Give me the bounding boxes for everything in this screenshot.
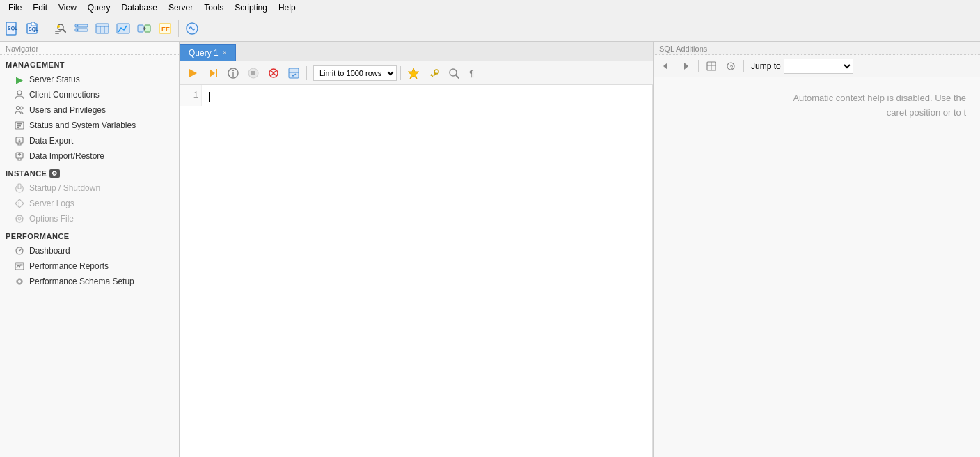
performance-schema-icon xyxy=(14,276,25,287)
nav-dashboard[interactable]: Dashboard xyxy=(0,243,179,258)
history-button[interactable] xyxy=(425,64,443,82)
stop-execution-button[interactable] xyxy=(244,64,262,82)
menu-help[interactable]: Help xyxy=(273,1,301,14)
limit-rows-select[interactable]: Limit to 1000 rows Don't Limit Limit to … xyxy=(313,65,397,81)
sql-add-context-button[interactable]: ? xyxy=(722,58,739,75)
workbench-button[interactable] xyxy=(182,19,202,38)
invisible-chars-button[interactable]: ¶ xyxy=(465,64,483,82)
svg-text:?: ? xyxy=(730,64,734,70)
nav-data-export[interactable]: Data Export xyxy=(0,133,179,148)
svg-rect-51 xyxy=(289,68,299,78)
search-button[interactable] xyxy=(445,64,463,82)
svg-text:SQL: SQL xyxy=(8,26,18,31)
svg-text:EE: EE xyxy=(161,26,170,33)
svg-text:SQL: SQL xyxy=(29,26,39,32)
options-file-icon xyxy=(14,213,25,224)
svg-rect-18 xyxy=(138,25,143,32)
svg-rect-49 xyxy=(251,71,255,75)
query-editor[interactable]: 1 xyxy=(180,85,653,457)
menu-server[interactable]: Server xyxy=(163,1,198,14)
nav-users-privileges[interactable]: Users and Privileges xyxy=(0,102,179,118)
nav-performance-reports[interactable]: Performance Reports xyxy=(0,258,179,274)
svg-point-12 xyxy=(77,29,79,31)
nav-client-connections[interactable]: Client Connections xyxy=(0,87,179,102)
data-import-icon xyxy=(14,150,25,162)
nav-data-import[interactable]: Data Import/Restore xyxy=(0,148,179,164)
menu-edit[interactable]: Edit xyxy=(27,1,53,14)
menu-query[interactable]: Query xyxy=(82,1,116,14)
query-toolbar-sep-2 xyxy=(400,66,401,80)
add-bookmark-button[interactable] xyxy=(404,64,422,82)
toolbar-separator-2 xyxy=(178,20,179,37)
nav-performance-schema[interactable]: Performance Schema Setup xyxy=(0,274,179,289)
nav-status-variables-label: Status and System Variables xyxy=(29,121,136,130)
menu-scripting[interactable]: Scripting xyxy=(229,1,273,14)
menu-view[interactable]: View xyxy=(53,1,82,14)
migration-button[interactable] xyxy=(134,19,154,38)
data-export-icon xyxy=(14,135,25,146)
new-sql-tab-button[interactable]: SQL xyxy=(3,19,22,38)
nav-options-file[interactable]: Options File xyxy=(0,211,179,226)
execute-selection-button[interactable] xyxy=(204,64,222,82)
explain-query-button[interactable] xyxy=(224,64,242,82)
server-status-icon: ▶ xyxy=(14,74,25,85)
nav-server-logs-label: Server Logs xyxy=(29,199,74,208)
menu-database[interactable]: Database xyxy=(116,1,163,14)
main-toolbar: SQL SQL EE xyxy=(0,15,980,42)
svg-rect-28 xyxy=(17,125,21,127)
reconnect-button[interactable] xyxy=(264,64,283,82)
line-numbers: 1 xyxy=(180,85,202,106)
sql-add-next-button[interactable] xyxy=(677,58,694,75)
line-number-1: 1 xyxy=(182,91,198,100)
svg-point-11 xyxy=(77,24,79,26)
nav-data-export-label: Data Export xyxy=(29,136,73,146)
startup-shutdown-icon xyxy=(14,183,25,194)
nav-server-logs[interactable]: ! Server Logs xyxy=(0,196,179,211)
svg-rect-13 xyxy=(96,24,109,33)
navigator-header: Navigator xyxy=(0,42,179,55)
nav-performance-reports-label: Performance Reports xyxy=(29,261,109,271)
sql-additions-toolbar: ? Jump to xyxy=(654,55,980,77)
query-tab-1[interactable]: Query 1 × xyxy=(180,44,236,61)
dashboard-icon xyxy=(14,245,25,256)
performance-button[interactable] xyxy=(113,19,133,38)
nav-startup-shutdown[interactable]: Startup / Shutdown xyxy=(0,180,179,196)
sql-additions-panel: SQL Additions ? Jump to Automa xyxy=(653,42,980,457)
status-variables-icon xyxy=(14,120,25,131)
ee-button[interactable]: EE xyxy=(155,19,175,38)
server-logs-icon: ! xyxy=(14,198,25,209)
svg-marker-59 xyxy=(684,63,688,70)
table-browser-button[interactable] xyxy=(93,19,112,38)
query-toolbar-sep xyxy=(306,66,307,80)
nav-server-status-label: Server Status xyxy=(29,75,80,84)
nav-startup-shutdown-label: Startup / Shutdown xyxy=(29,183,100,193)
query-tab-1-label: Query 1 xyxy=(189,48,219,58)
svg-rect-32 xyxy=(18,184,21,189)
schema-browser-button[interactable] xyxy=(72,19,91,38)
svg-line-6 xyxy=(63,29,65,32)
query-tab-1-close[interactable]: × xyxy=(223,49,227,56)
open-sql-file-button[interactable]: SQL xyxy=(24,19,43,38)
sql-add-layout-button[interactable] xyxy=(703,58,720,75)
tabs-bar: Query 1 × xyxy=(180,42,653,61)
toggle-action-output-button[interactable] xyxy=(285,64,303,82)
sql-add-prev-button[interactable] xyxy=(658,58,674,75)
svg-point-38 xyxy=(19,250,20,251)
section-management: MANAGEMENT xyxy=(0,55,179,72)
main-container: Navigator MANAGEMENT ▶ Server Status Cli… xyxy=(0,42,980,457)
execute-query-button[interactable] xyxy=(184,64,202,82)
menu-file[interactable]: File xyxy=(3,1,27,14)
jump-to-select[interactable] xyxy=(784,59,853,74)
inspect-button[interactable] xyxy=(51,19,70,38)
query-toolbar: Limit to 1000 rows Don't Limit Limit to … xyxy=(180,61,653,85)
sql-additions-header: SQL Additions xyxy=(654,42,980,55)
toolbar-separator-1 xyxy=(47,20,47,37)
nav-options-file-label: Options File xyxy=(29,214,74,224)
editor-content[interactable] xyxy=(203,85,652,457)
sql-add-sep xyxy=(698,60,699,72)
section-instance: INSTANCE ⚙ xyxy=(0,164,179,180)
nav-status-variables[interactable]: Status and System Variables xyxy=(0,118,179,133)
menu-tools[interactable]: Tools xyxy=(198,1,229,14)
svg-point-46 xyxy=(232,69,234,70)
nav-server-status[interactable]: ▶ Server Status xyxy=(0,72,179,87)
